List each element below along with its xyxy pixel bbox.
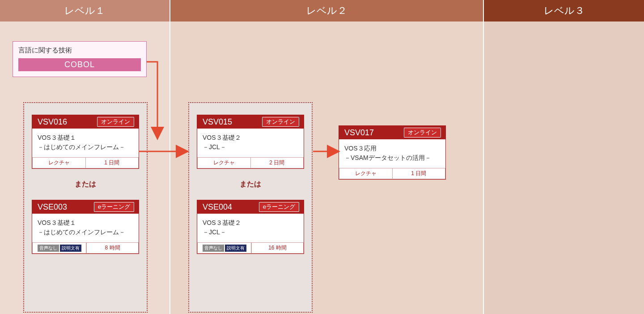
level-columns: レベル１ 言語に関する技術 COBOL VSV016 オンライン VOS３基礎１… [0,0,644,314]
audio-badge: 音声なし [38,245,59,252]
level-2-column: レベル２ VSV015 オンライン VOS３基礎２ －JCL－ レクチャ [170,0,484,314]
card-header: VSV017 オンライン [339,126,445,139]
card-footer: レクチャ 1 日間 [32,157,139,168]
skill-category-title: 言語に関する技術 [18,46,141,55]
duration-unit: 時間 [276,245,287,251]
level-3-header: レベル３ [484,0,644,22]
duration-unit: 時間 [110,245,120,251]
duration-value: 1 [411,170,414,176]
card-header: VSV015 オンライン [197,115,304,129]
course-title-line2: －はじめてのメインフレーム－ [38,142,133,152]
level-3-body [484,22,644,314]
course-code: VSV016 [38,117,67,127]
or-label: または [30,180,140,189]
card-header: VSV016 オンライン [32,115,139,129]
card-header: VSE004 eラーニング [197,200,304,214]
course-title-line1: VOS３基礎２ [203,218,298,228]
level-1-header: レベル１ [0,0,169,22]
card-footer: レクチャ 2 日間 [197,157,304,168]
delivery-mode-badge: オンライン [404,128,441,138]
course-card-vsv015[interactable]: VSV015 オンライン VOS３基礎２ －JCL－ レクチャ 2 日間 [197,115,304,169]
course-duration: 2 日間 [251,157,304,168]
course-title-line2: －JCL－ [203,142,298,152]
text-badge: 説明文有 [225,245,246,252]
level-1-body: 言語に関する技術 COBOL VSV016 オンライン VOS３基礎１ －はじめ… [0,22,169,314]
level-1-column: レベル１ 言語に関する技術 COBOL VSV016 オンライン VOS３基礎１… [0,0,170,314]
duration-unit: 日間 [415,170,426,176]
course-format: レクチャ [197,157,251,168]
course-title-line1: VOS３基礎２ [203,133,298,142]
skill-tag-cobol[interactable]: COBOL [18,58,141,71]
course-card-vsv016[interactable]: VSV016 オンライン VOS３基礎１ －はじめてのメインフレーム－ レクチャ… [32,115,139,169]
card-footer: 音声なし 説明文有 16 時間 [197,242,304,254]
course-code: VSE004 [203,202,232,212]
card-body: VOS３基礎２ －JCL－ [197,129,304,157]
course-title-line2: －はじめてのメインフレーム－ [38,228,133,237]
course-group-level2: VSV015 オンライン VOS３基礎２ －JCL－ レクチャ 2 日間 [188,102,313,313]
duration-unit: 日間 [109,159,119,166]
card-body: VOS３基礎２ －JCL－ [197,214,304,242]
course-title-line2: －VSAMデータセットの活用－ [344,153,440,163]
course-code: VSV017 [344,128,374,138]
course-format: レクチャ [339,168,393,179]
level-2-body: VSV015 オンライン VOS３基礎２ －JCL－ レクチャ 2 日間 [170,22,483,314]
level-1-title: レベル１ [64,4,105,17]
course-card-vse003[interactable]: VSE003 eラーニング VOS３基礎１ －はじめてのメインフレーム－ 音声な… [32,200,139,254]
card-body: VOS３応用 －VSAMデータセットの活用－ [339,139,445,168]
level-3-title: レベル３ [544,4,585,17]
course-duration: 8 時間 [86,242,139,254]
course-group-level1: VSV016 オンライン VOS３基礎１ －はじめてのメインフレーム－ レクチャ… [23,102,148,313]
delivery-mode-badge: eラーニング [94,202,134,212]
course-title-line2: －JCL－ [203,228,298,237]
delivery-mode-badge: オンライン [97,117,134,127]
level-2-title: レベル２ [306,4,347,17]
card-footer: 音声なし 説明文有 8 時間 [32,242,139,254]
course-title-line1: VOS３基礎１ [38,218,133,228]
card-body: VOS３基礎１ －はじめてのメインフレーム－ [32,214,139,242]
level-2-header: レベル２ [170,0,483,22]
course-code: VSE003 [38,202,67,212]
course-duration: 1 日間 [86,157,139,168]
card-body: VOS３基礎１ －はじめてのメインフレーム－ [32,129,139,157]
course-title-line1: VOS３応用 [344,144,440,153]
course-title-line1: VOS３基礎１ [38,133,133,142]
course-duration: 1 日間 [393,168,446,179]
skill-category-box: 言語に関する技術 COBOL [13,41,147,77]
course-duration: 16 時間 [251,242,304,254]
course-badges: 音声なし 説明文有 [32,242,86,254]
course-card-vsv017[interactable]: VSV017 オンライン VOS３応用 －VSAMデータセットの活用－ レクチャ… [339,125,446,180]
duration-value: 1 [104,159,107,166]
level-3-column: レベル３ [484,0,644,314]
course-card-vse004[interactable]: VSE004 eラーニング VOS３基礎２ －JCL－ 音声なし 説明文有 1 [197,200,304,254]
or-label: または [195,180,305,189]
duration-value: 16 [268,245,274,251]
delivery-mode-badge: オンライン [262,117,299,127]
duration-unit: 日間 [274,159,284,166]
course-badges: 音声なし 説明文有 [197,242,251,254]
audio-badge: 音声なし [203,245,224,252]
course-code: VSV015 [203,117,232,127]
duration-value: 2 [269,159,272,166]
delivery-mode-badge: eラーニング [259,202,299,212]
text-badge: 説明文有 [60,245,81,252]
card-header: VSE003 eラーニング [32,200,139,214]
course-format: レクチャ [32,157,86,168]
card-footer: レクチャ 1 日間 [339,168,445,179]
duration-value: 8 [105,245,108,251]
